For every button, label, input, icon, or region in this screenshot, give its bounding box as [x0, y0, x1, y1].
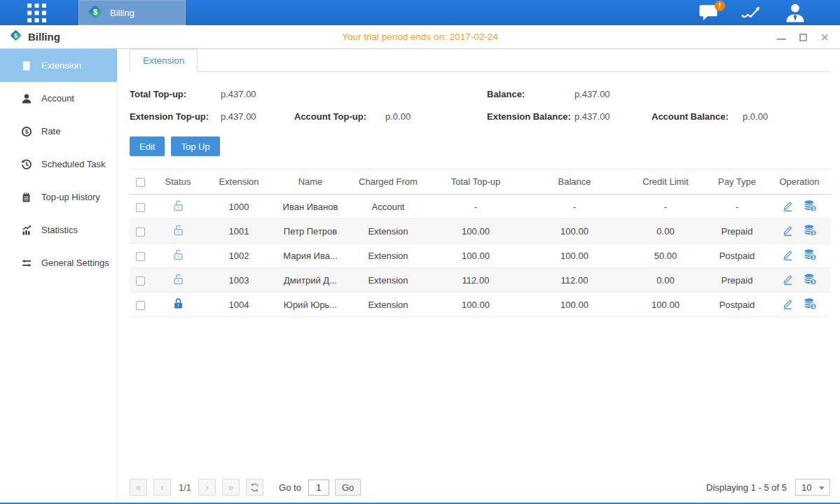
- goto-label: Go to: [279, 482, 301, 493]
- topbar-tab-label: Billing: [110, 8, 135, 18]
- pagination-bar: « ‹ 1/1 › » Go to Go Displaying: [130, 479, 830, 504]
- svg-text:$: $: [812, 206, 815, 211]
- edit-extension-icon[interactable]: [782, 224, 794, 239]
- sidebar-item-extension[interactable]: Extension: [0, 49, 117, 82]
- messages-icon[interactable]: !: [697, 0, 719, 25]
- account-topup-label: Account Top-up:: [294, 111, 385, 122]
- col-status: Status: [151, 169, 205, 195]
- window-titlebar: $ Billing Your trial period ends on: 201…: [0, 25, 840, 49]
- total-topup-value: p.437.00: [221, 89, 256, 99]
- maximize-button[interactable]: [797, 31, 808, 43]
- edit-extension-icon[interactable]: [782, 298, 794, 312]
- sidebar-item-rate[interactable]: $Rate: [0, 115, 117, 148]
- topup-extension-icon[interactable]: $: [804, 273, 817, 288]
- total-topup-label: Total Top-up:: [130, 89, 221, 99]
- col-balance: Balance: [523, 169, 626, 195]
- cell-charged-from: Extension: [348, 293, 428, 317]
- cell-name: Иван Иванов: [273, 195, 348, 219]
- row-checkbox[interactable]: [136, 203, 145, 212]
- next-page-button[interactable]: ›: [198, 479, 216, 496]
- account-topup-value: p.0.00: [385, 111, 411, 122]
- close-button[interactable]: ×: [819, 31, 830, 43]
- account-icon: [20, 92, 32, 104]
- tab-extension[interactable]: Extension: [130, 49, 198, 72]
- topup-history-icon: [20, 191, 32, 203]
- last-page-button[interactable]: »: [222, 479, 240, 496]
- cell-name: Петр Петров: [273, 219, 348, 244]
- edit-extension-icon[interactable]: [782, 200, 794, 214]
- cell-charged-from: Extension: [348, 244, 428, 268]
- page-size-select[interactable]: 10: [795, 479, 830, 496]
- cell-pay-type: Prepaid: [705, 268, 769, 293]
- cell-balance: 100.00: [523, 244, 626, 268]
- table-row: 1004Юрий Юрь...Extension100.00100.00100.…: [130, 293, 830, 317]
- resource-monitor-icon[interactable]: [741, 0, 763, 25]
- edit-extension-icon[interactable]: [782, 248, 794, 263]
- minimize-button[interactable]: [776, 31, 787, 43]
- chevron-down-icon: [819, 486, 825, 490]
- topup-extension-icon[interactable]: $: [804, 200, 817, 214]
- account-balance-value: p.0.00: [743, 111, 768, 122]
- svg-text:$: $: [812, 279, 815, 285]
- sidebar-item-scheduled-task[interactable]: Scheduled Task: [0, 148, 117, 181]
- notification-badge: !: [715, 1, 725, 11]
- cell-total-topup: -: [428, 195, 523, 219]
- topup-extension-icon[interactable]: $: [804, 224, 817, 239]
- goto-page-input[interactable]: [308, 479, 329, 496]
- cell-charged-from: Account: [348, 195, 428, 219]
- cell-charged-from: Extension: [348, 268, 428, 293]
- lock-open-icon: [172, 273, 184, 287]
- svg-text:$: $: [93, 8, 97, 16]
- extension-balance-value: p.437.00: [574, 111, 652, 122]
- prev-page-button[interactable]: ‹: [153, 479, 171, 496]
- sidebar-item-label: Account: [41, 93, 74, 104]
- billing-app-icon: $: [87, 4, 104, 22]
- row-checkbox[interactable]: [136, 252, 145, 261]
- cell-credit-limit: 0.00: [626, 219, 705, 244]
- account-balance-label: Account Balance:: [652, 111, 743, 122]
- topup-extension-icon[interactable]: $: [804, 298, 817, 312]
- row-checkbox[interactable]: [136, 227, 145, 237]
- extension-topup-label: Extension Top-up:: [130, 111, 221, 122]
- topup-button[interactable]: Top Up: [171, 136, 219, 156]
- cell-total-topup: 100.00: [428, 219, 523, 244]
- sidebar-item-general-settings[interactable]: General Settings: [0, 246, 117, 279]
- topbar-tab-billing[interactable]: $ Billing: [78, 0, 186, 25]
- cell-credit-limit: 50.00: [626, 244, 705, 268]
- cell-total-topup: 100.00: [428, 293, 523, 317]
- lock-open-icon: [172, 248, 184, 262]
- cell-name: Дмитрий Д...: [273, 268, 348, 293]
- refresh-button[interactable]: [246, 479, 263, 496]
- lock-open-icon: [172, 200, 184, 214]
- edit-button[interactable]: Edit: [130, 136, 165, 156]
- extension-icon: [20, 59, 32, 71]
- cell-balance: -: [523, 195, 626, 219]
- cell-extension: 1001: [205, 219, 273, 244]
- apps-grid-icon[interactable]: [24, 0, 49, 25]
- sidebar-item-statistics[interactable]: Statistics: [0, 214, 117, 246]
- cell-extension: 1002: [205, 244, 273, 268]
- svg-text:$: $: [14, 32, 18, 39]
- edit-extension-icon[interactable]: [782, 273, 794, 288]
- sidebar-item-top-up-history[interactable]: Top-up History: [0, 181, 117, 214]
- topup-extension-icon[interactable]: $: [804, 248, 817, 263]
- main-content: Extension Total Top-up: p.437.00 Extensi…: [118, 49, 840, 504]
- sidebar-item-account[interactable]: Account: [0, 82, 117, 115]
- user-icon[interactable]: [784, 0, 806, 25]
- select-all-checkbox[interactable]: [136, 178, 145, 187]
- cell-extension: 1004: [205, 293, 273, 317]
- row-checkbox[interactable]: [136, 276, 145, 286]
- table-row: 1003Дмитрий Д...Extension112.00112.000.0…: [130, 268, 830, 293]
- sidebar-item-label: Top-up History: [41, 192, 100, 202]
- sidebar-item-label: General Settings: [41, 258, 109, 268]
- extension-balance-label: Extension Balance:: [487, 111, 574, 122]
- col-operation: Operation: [769, 169, 830, 195]
- balance-value: p.437.00: [574, 89, 610, 99]
- billing-window-icon: $: [9, 29, 22, 45]
- row-checkbox[interactable]: [136, 301, 145, 310]
- first-page-button[interactable]: «: [130, 479, 147, 496]
- window-title: Billing: [28, 31, 60, 43]
- extension-topup-value: p.437.00: [221, 111, 294, 122]
- go-button[interactable]: Go: [335, 479, 361, 496]
- summary-panel: Total Top-up: p.437.00 Extension Top-up:…: [130, 83, 830, 127]
